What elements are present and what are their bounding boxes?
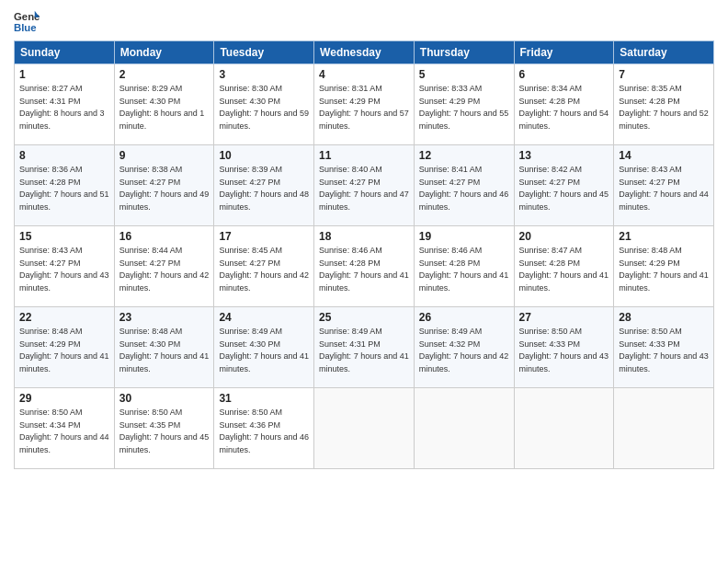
calendar-table: SundayMondayTuesdayWednesdayThursdayFrid…	[14, 40, 714, 469]
day-number: 21	[619, 230, 709, 243]
day-info: Sunrise: 8:50 AM Sunset: 4:34 PM Dayligh…	[19, 407, 109, 456]
day-number: 22	[19, 311, 109, 324]
calendar-cell: 14 Sunrise: 8:43 AM Sunset: 4:27 PM Dayl…	[614, 145, 714, 226]
calendar-cell: 15 Sunrise: 8:43 AM Sunset: 4:27 PM Dayl…	[15, 226, 115, 307]
day-info: Sunrise: 8:44 AM Sunset: 4:27 PM Dayligh…	[119, 245, 210, 294]
day-number: 17	[219, 230, 309, 243]
day-number: 24	[219, 311, 309, 324]
day-info: Sunrise: 8:49 AM Sunset: 4:31 PM Dayligh…	[319, 326, 409, 375]
calendar-week-4: 22 Sunrise: 8:48 AM Sunset: 4:29 PM Dayl…	[15, 307, 714, 388]
day-number: 11	[319, 149, 409, 162]
day-number: 30	[119, 392, 210, 405]
day-info: Sunrise: 8:46 AM Sunset: 4:28 PM Dayligh…	[319, 245, 409, 294]
day-number: 18	[319, 230, 409, 243]
day-number: 10	[219, 149, 309, 162]
svg-text:Blue: Blue	[14, 22, 37, 33]
day-number: 20	[519, 230, 609, 243]
calendar-cell: 21 Sunrise: 8:48 AM Sunset: 4:29 PM Dayl…	[614, 226, 714, 307]
day-info: Sunrise: 8:50 AM Sunset: 4:35 PM Dayligh…	[119, 407, 210, 456]
calendar-cell: 9 Sunrise: 8:38 AM Sunset: 4:27 PM Dayli…	[114, 145, 214, 226]
calendar-header-row: SundayMondayTuesdayWednesdayThursdayFrid…	[15, 41, 714, 64]
calendar-cell: 2 Sunrise: 8:29 AM Sunset: 4:30 PM Dayli…	[114, 64, 214, 145]
calendar-header-friday: Friday	[514, 41, 614, 64]
calendar-week-2: 8 Sunrise: 8:36 AM Sunset: 4:28 PM Dayli…	[15, 145, 714, 226]
calendar-cell: 20 Sunrise: 8:47 AM Sunset: 4:28 PM Dayl…	[514, 226, 614, 307]
day-info: Sunrise: 8:43 AM Sunset: 4:27 PM Dayligh…	[19, 245, 109, 294]
day-info: Sunrise: 8:29 AM Sunset: 4:30 PM Dayligh…	[119, 83, 210, 132]
calendar-week-3: 15 Sunrise: 8:43 AM Sunset: 4:27 PM Dayl…	[15, 226, 714, 307]
day-number: 19	[419, 230, 509, 243]
calendar-cell: 7 Sunrise: 8:35 AM Sunset: 4:28 PM Dayli…	[614, 64, 714, 145]
day-info: Sunrise: 8:34 AM Sunset: 4:28 PM Dayligh…	[519, 83, 609, 132]
day-number: 2	[119, 68, 210, 81]
day-number: 16	[119, 230, 210, 243]
day-info: Sunrise: 8:50 AM Sunset: 4:33 PM Dayligh…	[519, 326, 609, 375]
logo-icon: General Blue	[14, 9, 40, 35]
day-info: Sunrise: 8:47 AM Sunset: 4:28 PM Dayligh…	[519, 245, 609, 294]
day-info: Sunrise: 8:38 AM Sunset: 4:27 PM Dayligh…	[119, 164, 210, 213]
day-number: 9	[119, 149, 210, 162]
calendar-cell: 31 Sunrise: 8:50 AM Sunset: 4:36 PM Dayl…	[214, 388, 314, 469]
day-info: Sunrise: 8:48 AM Sunset: 4:30 PM Dayligh…	[119, 326, 210, 375]
day-number: 26	[419, 311, 509, 324]
day-number: 13	[519, 149, 609, 162]
calendar-cell: 27 Sunrise: 8:50 AM Sunset: 4:33 PM Dayl…	[514, 307, 614, 388]
day-number: 27	[519, 311, 609, 324]
day-number: 4	[319, 68, 409, 81]
day-info: Sunrise: 8:42 AM Sunset: 4:27 PM Dayligh…	[519, 164, 609, 213]
calendar-cell: 25 Sunrise: 8:49 AM Sunset: 4:31 PM Dayl…	[314, 307, 415, 388]
calendar-cell: 13 Sunrise: 8:42 AM Sunset: 4:27 PM Dayl…	[514, 145, 614, 226]
day-info: Sunrise: 8:43 AM Sunset: 4:27 PM Dayligh…	[619, 164, 709, 213]
calendar-cell: 23 Sunrise: 8:48 AM Sunset: 4:30 PM Dayl…	[114, 307, 214, 388]
calendar-cell: 8 Sunrise: 8:36 AM Sunset: 4:28 PM Dayli…	[15, 145, 115, 226]
calendar-cell: 10 Sunrise: 8:39 AM Sunset: 4:27 PM Dayl…	[214, 145, 314, 226]
day-info: Sunrise: 8:27 AM Sunset: 4:31 PM Dayligh…	[19, 83, 109, 132]
day-number: 5	[419, 68, 509, 81]
calendar-cell	[514, 388, 614, 469]
calendar-cell: 12 Sunrise: 8:41 AM Sunset: 4:27 PM Dayl…	[414, 145, 514, 226]
calendar-cell: 3 Sunrise: 8:30 AM Sunset: 4:30 PM Dayli…	[214, 64, 314, 145]
day-number: 12	[419, 149, 509, 162]
calendar-cell: 11 Sunrise: 8:40 AM Sunset: 4:27 PM Dayl…	[314, 145, 415, 226]
day-number: 8	[19, 149, 109, 162]
calendar-cell: 16 Sunrise: 8:44 AM Sunset: 4:27 PM Dayl…	[114, 226, 214, 307]
header: General Blue	[14, 9, 714, 35]
calendar-cell: 5 Sunrise: 8:33 AM Sunset: 4:29 PM Dayli…	[414, 64, 514, 145]
day-number: 15	[19, 230, 109, 243]
calendar-cell: 4 Sunrise: 8:31 AM Sunset: 4:29 PM Dayli…	[314, 64, 415, 145]
day-info: Sunrise: 8:45 AM Sunset: 4:27 PM Dayligh…	[219, 245, 309, 294]
day-info: Sunrise: 8:46 AM Sunset: 4:28 PM Dayligh…	[419, 245, 509, 294]
calendar-cell: 19 Sunrise: 8:46 AM Sunset: 4:28 PM Dayl…	[414, 226, 514, 307]
day-info: Sunrise: 8:49 AM Sunset: 4:30 PM Dayligh…	[219, 326, 309, 375]
calendar-header-saturday: Saturday	[614, 41, 714, 64]
logo: General Blue	[14, 9, 40, 35]
day-number: 28	[619, 311, 709, 324]
calendar-cell	[414, 388, 514, 469]
day-info: Sunrise: 8:49 AM Sunset: 4:32 PM Dayligh…	[419, 326, 509, 375]
day-info: Sunrise: 8:41 AM Sunset: 4:27 PM Dayligh…	[419, 164, 509, 213]
calendar-header-sunday: Sunday	[15, 41, 115, 64]
day-number: 29	[19, 392, 109, 405]
day-info: Sunrise: 8:48 AM Sunset: 4:29 PM Dayligh…	[19, 326, 109, 375]
calendar-cell: 28 Sunrise: 8:50 AM Sunset: 4:33 PM Dayl…	[614, 307, 714, 388]
day-info: Sunrise: 8:48 AM Sunset: 4:29 PM Dayligh…	[619, 245, 709, 294]
day-number: 23	[119, 311, 210, 324]
calendar-cell: 26 Sunrise: 8:49 AM Sunset: 4:32 PM Dayl…	[414, 307, 514, 388]
day-info: Sunrise: 8:39 AM Sunset: 4:27 PM Dayligh…	[219, 164, 309, 213]
calendar-cell: 18 Sunrise: 8:46 AM Sunset: 4:28 PM Dayl…	[314, 226, 415, 307]
day-number: 14	[619, 149, 709, 162]
day-number: 1	[19, 68, 109, 81]
calendar-cell: 29 Sunrise: 8:50 AM Sunset: 4:34 PM Dayl…	[15, 388, 115, 469]
calendar-week-5: 29 Sunrise: 8:50 AM Sunset: 4:34 PM Dayl…	[15, 388, 714, 469]
calendar-cell	[314, 388, 415, 469]
day-info: Sunrise: 8:31 AM Sunset: 4:29 PM Dayligh…	[319, 83, 409, 132]
calendar-cell: 30 Sunrise: 8:50 AM Sunset: 4:35 PM Dayl…	[114, 388, 214, 469]
day-info: Sunrise: 8:40 AM Sunset: 4:27 PM Dayligh…	[319, 164, 409, 213]
calendar-header-wednesday: Wednesday	[314, 41, 415, 64]
day-info: Sunrise: 8:50 AM Sunset: 4:36 PM Dayligh…	[219, 407, 309, 456]
calendar-cell: 6 Sunrise: 8:34 AM Sunset: 4:28 PM Dayli…	[514, 64, 614, 145]
calendar-week-1: 1 Sunrise: 8:27 AM Sunset: 4:31 PM Dayli…	[15, 64, 714, 145]
day-number: 25	[319, 311, 409, 324]
calendar-cell	[614, 388, 714, 469]
day-info: Sunrise: 8:50 AM Sunset: 4:33 PM Dayligh…	[619, 326, 709, 375]
